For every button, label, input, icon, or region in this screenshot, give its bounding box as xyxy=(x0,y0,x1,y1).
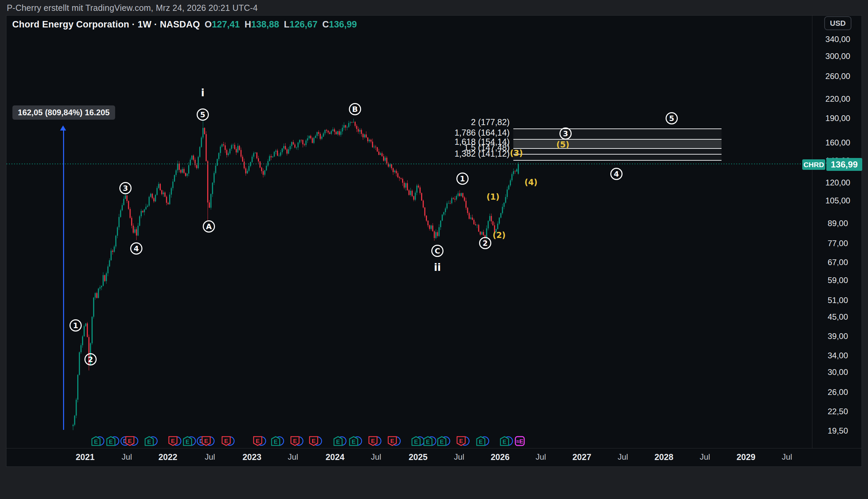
wave-sublabel-2[interactable]: (2) xyxy=(493,231,506,240)
price-axis-tick[interactable]: 160,00 xyxy=(816,138,860,147)
price-axis-tick[interactable]: 105,00 xyxy=(816,196,860,205)
measure-arrow-head xyxy=(60,125,66,131)
price-axis-tick[interactable]: 59,00 xyxy=(816,276,860,285)
earnings-marker-beat[interactable]: E xyxy=(470,434,492,449)
earnings-marker-miss[interactable]: DE xyxy=(195,434,217,449)
wave-sublabel-4[interactable]: (4) xyxy=(525,178,538,187)
earnings-letter: E xyxy=(171,438,175,445)
earnings-letter: E xyxy=(109,439,112,445)
ohlc-high-value: 138,88 xyxy=(251,19,279,29)
wave-label-ii[interactable]: ii xyxy=(434,261,441,273)
wave-label-i[interactable]: i xyxy=(201,87,205,99)
earnings-letter: E xyxy=(94,439,98,445)
ohlc-low-value: 126,67 xyxy=(290,19,318,29)
price-axis-tick[interactable]: 190,00 xyxy=(816,113,860,123)
wave-label-circled-3[interactable]: 3 xyxy=(119,182,132,194)
measure-arrow-shaft[interactable] xyxy=(63,130,64,430)
price-axis-tick[interactable]: 34,00 xyxy=(816,351,860,360)
time-axis-tick[interactable]: Jul xyxy=(700,452,710,462)
price-axis-tick[interactable]: 340,00 xyxy=(816,35,860,44)
ohlc-close-key: C xyxy=(322,19,329,29)
price-axis-tick[interactable]: 30,00 xyxy=(816,367,860,377)
currency-toggle-button[interactable]: USD xyxy=(824,16,852,30)
time-axis-tick[interactable]: Jul xyxy=(205,452,215,462)
earnings-letter: E xyxy=(204,438,208,445)
earnings-letter: E xyxy=(256,438,259,445)
price-axis-tick[interactable]: 39,00 xyxy=(816,331,860,341)
time-axis-tick[interactable]: 2029 xyxy=(736,452,756,462)
wave-label-circled-3[interactable]: 3 xyxy=(560,127,572,140)
last-price-label: 136,99 xyxy=(826,158,862,171)
wave-label-circled-5[interactable]: 5 xyxy=(665,112,678,124)
time-axis-tick[interactable]: 2027 xyxy=(572,452,591,462)
price-axis-tick[interactable]: 89,00 xyxy=(816,219,860,228)
wave-label-circled-4[interactable]: 4 xyxy=(130,242,143,255)
time-axis-separator[interactable] xyxy=(7,448,862,449)
time-axis-tick[interactable]: Jul xyxy=(122,452,132,462)
price-axis-tick[interactable]: 120,00 xyxy=(816,178,860,187)
price-axis-tick[interactable]: 260,00 xyxy=(816,72,860,81)
earnings-marker-miss[interactable]: E xyxy=(381,434,403,449)
time-axis-tick[interactable]: 2025 xyxy=(408,452,428,462)
price-axis-separator[interactable] xyxy=(812,16,812,448)
symbol-header[interactable]: Chord Energy Corporation · 1W · NASDAQ O… xyxy=(12,19,357,29)
fib-level-label: 1,382 (141,12) xyxy=(408,149,510,159)
earnings-marker-miss[interactable]: E xyxy=(303,434,325,449)
time-axis-tick[interactable]: Jul xyxy=(454,452,465,462)
earnings-marker-miss[interactable]: E xyxy=(215,434,237,449)
price-axis-tick[interactable]: 67,00 xyxy=(816,258,860,267)
time-axis-tick[interactable]: Jul xyxy=(371,452,381,462)
price-axis-tick[interactable]: 220,00 xyxy=(816,94,860,104)
earnings-marker-miss[interactable]: E xyxy=(450,434,472,449)
wave-label-circled-A[interactable]: A xyxy=(203,220,215,233)
measure-label[interactable]: 162,05 (809,84%) 16.205 xyxy=(13,106,115,120)
time-axis-tick[interactable]: Jul xyxy=(536,452,546,462)
price-axis-tick[interactable]: 45,00 xyxy=(816,312,860,322)
time-axis-tick[interactable]: 2023 xyxy=(242,452,261,462)
earnings-letter: E xyxy=(390,438,394,445)
earnings-marker-beat[interactable]: E xyxy=(100,434,122,449)
earnings-marker-beat[interactable]: E xyxy=(265,434,286,449)
earnings-letter: E xyxy=(440,439,443,445)
price-axis-tick[interactable]: 22,50 xyxy=(816,407,860,416)
price-axis-tick[interactable]: 51,00 xyxy=(816,296,860,305)
wave-label-circled-2[interactable]: 2 xyxy=(479,237,491,249)
wave-sublabel-3[interactable]: (3) xyxy=(510,148,523,158)
symbol-title[interactable]: Chord Energy Corporation · 1W · NASDAQ xyxy=(12,19,200,30)
wave-label-circled-5[interactable]: 5 xyxy=(197,109,209,121)
wave-label-circled-1[interactable]: 1 xyxy=(70,319,82,331)
earnings-marker-upcoming[interactable]: ≈E xyxy=(509,434,530,449)
ohlc-open-key: O xyxy=(205,19,212,29)
price-axis-tick[interactable]: 77,00 xyxy=(816,239,860,248)
earnings-letter: E xyxy=(459,438,463,445)
time-axis-tick[interactable]: 2021 xyxy=(76,452,95,462)
earnings-marker-beat[interactable]: E xyxy=(343,434,365,449)
ohlc-close-value: 136,99 xyxy=(329,19,357,29)
time-axis-tick[interactable]: Jul xyxy=(618,452,628,462)
earnings-letter: E xyxy=(426,439,430,445)
ohlc-low-key: L xyxy=(284,19,290,29)
wave-label-circled-C[interactable]: C xyxy=(431,245,443,257)
wave-label-circled-1[interactable]: 1 xyxy=(456,172,468,185)
wave-label-circled-4[interactable]: 4 xyxy=(610,168,623,180)
price-axis-tick[interactable]: 26,00 xyxy=(816,388,860,397)
time-axis-tick[interactable]: Jul xyxy=(782,452,792,462)
earnings-marker-beat[interactable]: E xyxy=(431,434,453,449)
time-axis-tick[interactable]: Jul xyxy=(288,452,298,462)
earnings-marker-miss[interactable]: E xyxy=(362,434,384,449)
wave-sublabel-1[interactable]: (1) xyxy=(487,192,500,202)
wave-sublabel-5[interactable]: (5) xyxy=(557,140,570,149)
time-axis-tick[interactable]: 2022 xyxy=(158,452,177,462)
earnings-marker-miss[interactable]: DE xyxy=(119,434,141,449)
price-axis-tick[interactable]: 19,50 xyxy=(816,426,860,436)
earnings-letter: E xyxy=(311,438,315,445)
earnings-letter: E xyxy=(185,439,189,445)
fib-level-label: 1,786 (164,14) xyxy=(408,128,510,138)
price-axis-tick[interactable]: 300,00 xyxy=(816,51,860,61)
earnings-marker-beat[interactable]: E xyxy=(138,434,160,449)
time-axis-tick[interactable]: 2026 xyxy=(491,452,510,462)
time-axis-tick[interactable]: 2024 xyxy=(326,452,344,462)
wave-label-circled-2[interactable]: 2 xyxy=(84,353,97,365)
time-axis-tick[interactable]: 2028 xyxy=(655,452,673,462)
wave-label-circled-B[interactable]: B xyxy=(349,103,361,115)
